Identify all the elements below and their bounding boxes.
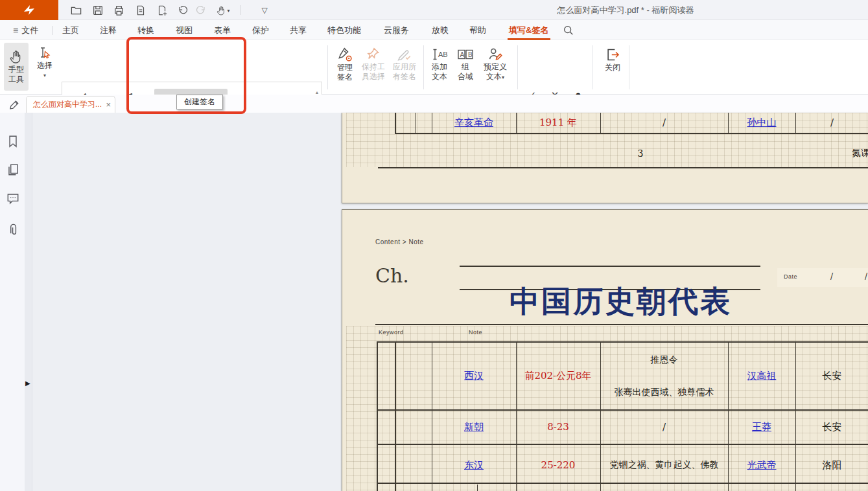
dynasty-link[interactable]: 东汉 — [432, 457, 516, 473]
tab-help[interactable]: 帮助 — [469, 20, 486, 40]
page2-title: 中国历史朝代表 — [510, 282, 732, 322]
qat-separator — [240, 5, 241, 15]
tab-present[interactable]: 放映 — [432, 20, 449, 40]
tab-comment[interactable]: 注释 — [100, 20, 117, 40]
menu-separator — [52, 26, 53, 35]
pdf-page-1[interactable]: 辛亥革命 1911 年 / 孙中山 / 3 氮课 — [342, 113, 868, 203]
tab-home[interactable]: 主页 — [62, 20, 79, 40]
viewer-area: ▶ 辛亥革命 1911 年 / 孙中山 / 3 氮课 — [0, 113, 868, 491]
file-menu[interactable]: ≡ 文件 — [13, 20, 38, 40]
hand-icon — [8, 49, 24, 65]
caret-down-icon: ▾ — [227, 8, 229, 14]
exit-icon — [605, 47, 621, 63]
hand-tool-label: 手型 — [8, 65, 24, 74]
document-tab[interactable]: 怎么面对高中学习... × — [26, 96, 115, 113]
search-icon[interactable] — [563, 25, 574, 39]
hand-tool-button[interactable]: 手型 工具 — [4, 43, 29, 91]
caret-down-icon: ▾ — [502, 74, 504, 80]
redo-icon[interactable] — [193, 3, 209, 18]
tab-form[interactable]: 表单 — [214, 20, 231, 40]
foxit-reader-window: ▾ ▽ 怎么面对高中学习.pdf * - 福昕阅读器 ≡ 文件 主页 注释 转换… — [0, 0, 868, 491]
tab-features[interactable]: 特色功能 — [327, 20, 361, 40]
combo-field-icon: A B — [457, 47, 474, 62]
dynasty-link[interactable]: 新朝 — [432, 419, 516, 435]
svg-text:A: A — [460, 51, 465, 58]
page1-event-link[interactable]: 辛亥革命 — [432, 114, 516, 131]
page1-page-number: 3 — [621, 146, 660, 161]
pen-check-icon — [397, 47, 412, 62]
ribbon-separator — [327, 45, 328, 89]
panel-expand-handle[interactable]: ▶ — [25, 380, 30, 387]
table-cell: 长安 — [795, 368, 868, 383]
select-tool-button[interactable]: 选择 ▾ — [32, 45, 57, 80]
tab-fill-sign[interactable]: 填写&签名 — [509, 20, 548, 40]
ribbon-separator — [629, 45, 629, 89]
tab-close-icon[interactable]: × — [106, 100, 111, 109]
keep-tool-selected-button[interactable]: 保持工 具选择 — [360, 47, 387, 82]
founder-link[interactable]: 王莽 — [728, 419, 795, 435]
ribbon: 手型 工具 选择 ▾ 福昕 + ▲ ▼ ▼ — [0, 40, 868, 95]
table-cell: 8-23 — [516, 419, 600, 435]
apply-all-signatures-button[interactable]: 应用所 有签名 — [390, 47, 419, 82]
table-cell: 前202-公元8年 — [516, 368, 600, 383]
panel-strip — [25, 113, 32, 491]
close-fill-sign-button[interactable]: 关闭 — [600, 47, 626, 73]
menu-bar: ≡ 文件 主页 注释 转换 视图 表单 保护 共享 特色功能 云服务 放映 帮助… — [0, 20, 868, 40]
page1-year: 1911 年 — [516, 114, 600, 131]
table-cell: 长安 — [795, 419, 868, 435]
title-bar: ▾ ▽ 怎么面对高中学习.pdf * - 福昕阅读器 — [0, 0, 868, 20]
ribbon-separator — [517, 45, 518, 89]
comments-panel-icon[interactable] — [6, 191, 20, 205]
hamburger-icon: ≡ — [13, 25, 18, 36]
page2-chapter-label: Ch. — [375, 264, 409, 287]
person-pencil-icon — [487, 47, 504, 62]
table-cell: 洛阳 — [795, 457, 868, 473]
hand-mode-icon[interactable]: ▾ — [213, 3, 233, 18]
select-cursor-icon — [37, 45, 53, 61]
print-icon[interactable] — [111, 3, 126, 18]
add-text-button[interactable]: AB 添加 文本 — [427, 47, 452, 82]
create-signature-tooltip: 创建签名 — [176, 95, 223, 109]
page1-founder-link[interactable]: 孙中山 — [728, 114, 795, 131]
combo-field-button[interactable]: A B 组 合域 — [454, 47, 476, 82]
table-cell: 推恩令 — [600, 353, 728, 367]
open-file-icon[interactable] — [68, 3, 84, 18]
ribbon-separator — [423, 45, 424, 89]
customize-toolbar-icon[interactable]: ▽ — [257, 3, 272, 18]
annotate-icon[interactable] — [8, 97, 21, 112]
dynasty-link[interactable]: 西汉 — [432, 368, 516, 383]
page1-note: / — [600, 114, 728, 131]
select-label: 选择 — [37, 61, 53, 71]
app-menu-button[interactable] — [0, 0, 58, 20]
predefined-text-button[interactable]: 预定义 文本▾ — [480, 47, 511, 82]
navigation-sidebar — [0, 113, 25, 491]
table-cell: 党锢之祸、黄巾起义、佛教 — [600, 457, 728, 473]
page2-breadcrumb: Content > Note — [375, 238, 424, 246]
pages-panel-icon[interactable] — [6, 163, 20, 177]
tab-view[interactable]: 视图 — [176, 20, 193, 40]
undo-icon[interactable] — [175, 3, 191, 18]
page1-capital: / — [795, 114, 868, 131]
ribbon-separator — [592, 45, 592, 89]
table-cell: 25-220 — [516, 457, 600, 473]
founder-link[interactable]: 汉高祖 — [728, 368, 795, 383]
save-icon[interactable] — [90, 3, 106, 18]
tab-share[interactable]: 共享 — [290, 20, 307, 40]
attachments-panel-icon[interactable] — [6, 222, 20, 236]
manage-signature-icon — [337, 47, 353, 63]
add-text-icon: AB — [431, 47, 448, 62]
founder-link[interactable]: 光武帝 — [728, 457, 795, 473]
tab-protect[interactable]: 保护 — [252, 20, 269, 40]
tab-convert[interactable]: 转换 — [137, 20, 154, 40]
bookmarks-panel-icon[interactable] — [6, 134, 20, 148]
foxit-logo-icon — [22, 3, 36, 17]
document-tab-label: 怎么面对高中学习... — [33, 99, 103, 110]
pdf-page-2[interactable]: Content > Note Ch. Date / / 中国历史朝代表 Keyw… — [342, 209, 868, 491]
svg-text:B: B — [468, 51, 473, 58]
export-page-icon[interactable] — [133, 3, 148, 18]
tab-cloud[interactable]: 云服务 — [384, 20, 409, 40]
page1-margin-text: 氮课 — [852, 148, 868, 159]
table-cell: / — [600, 419, 728, 435]
manage-signature-button[interactable]: 管理 签名 — [332, 47, 358, 82]
new-page-icon[interactable] — [154, 3, 170, 18]
